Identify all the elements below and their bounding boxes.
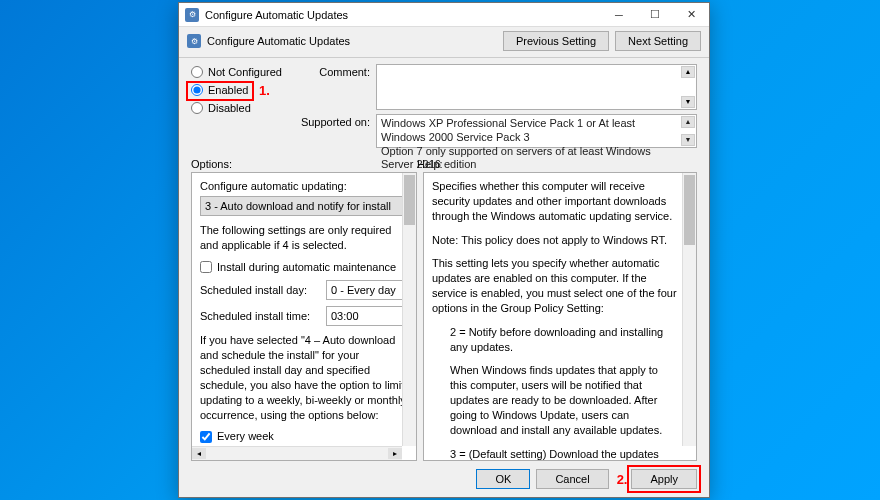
radio-enabled-input[interactable] xyxy=(191,84,203,96)
supported-scroll[interactable]: ▲▼ xyxy=(681,116,695,146)
state-radio-group: Not Configured Enabled 1. Disabled xyxy=(191,64,282,148)
help-opt2-desc: When Windows finds updates that apply to… xyxy=(432,363,678,437)
comment-scroll[interactable]: ▲▼ xyxy=(681,66,695,108)
apply-button[interactable]: Apply xyxy=(631,469,697,489)
install-maintenance-label: Install during automatic maintenance xyxy=(217,260,396,275)
next-setting-button[interactable]: Next Setting xyxy=(615,31,701,51)
radio-disabled[interactable]: Disabled xyxy=(191,102,282,114)
close-button[interactable]: ✕ xyxy=(673,3,709,27)
ok-button[interactable]: OK xyxy=(476,469,530,489)
radio-not-configured-input[interactable] xyxy=(191,66,203,78)
panels: Configure automatic updating: 3 - Auto d… xyxy=(179,172,709,461)
scheduled-time-label: Scheduled install time: xyxy=(200,309,320,324)
radio-enabled[interactable]: Enabled 1. xyxy=(191,84,282,96)
policy-icon: ⚙ xyxy=(187,34,201,48)
gpo-policy-dialog: ⚙ Configure Automatic Updates ─ ☐ ✕ ⚙ Co… xyxy=(178,2,710,498)
options-note: The following settings are only required… xyxy=(200,223,410,253)
titlebar[interactable]: ⚙ Configure Automatic Updates ─ ☐ ✕ xyxy=(179,3,709,27)
install-maintenance-input[interactable] xyxy=(200,261,212,273)
radio-disabled-label: Disabled xyxy=(208,102,251,114)
help-opt2: 2 = Notify before downloading and instal… xyxy=(432,325,678,355)
policy-title: Configure Automatic Updates xyxy=(207,35,497,47)
supported-on-text: Windows XP Professional Service Pack 1 o… xyxy=(381,117,678,172)
options-panel: Configure automatic updating: 3 - Auto d… xyxy=(191,172,417,461)
cancel-button[interactable]: Cancel xyxy=(536,469,608,489)
options-vscrollbar[interactable] xyxy=(402,173,416,446)
configure-updating-label: Configure automatic updating: xyxy=(200,179,412,194)
policy-header: ⚙ Configure Automatic Updates Previous S… xyxy=(179,27,709,55)
help-p1: Specifies whether this computer will rec… xyxy=(432,179,678,224)
state-area: Not Configured Enabled 1. Disabled Comme… xyxy=(179,64,709,154)
scheduled-day-select[interactable]: 0 - Every day xyxy=(326,280,412,300)
help-p3: This setting lets you specify whether au… xyxy=(432,256,678,315)
install-maintenance-checkbox[interactable]: Install during automatic maintenance xyxy=(200,260,412,275)
help-panel: Specifies whether this computer will rec… xyxy=(423,172,697,461)
radio-not-configured[interactable]: Not Configured xyxy=(191,66,282,78)
help-vscrollbar[interactable] xyxy=(682,173,696,446)
radio-disabled-input[interactable] xyxy=(191,102,203,114)
previous-setting-button[interactable]: Previous Setting xyxy=(503,31,609,51)
options-explain: If you have selected "4 – Auto download … xyxy=(200,333,410,422)
every-week-checkbox[interactable]: Every week xyxy=(200,429,412,444)
window-title: Configure Automatic Updates xyxy=(205,9,601,21)
minimize-button[interactable]: ─ xyxy=(601,3,637,27)
help-p2: Note: This policy does not apply to Wind… xyxy=(432,233,678,248)
help-opt3: 3 = (Default setting) Download the updat… xyxy=(432,447,678,461)
annotation-2: 2. xyxy=(617,472,628,487)
supported-on-box: Windows XP Professional Service Pack 1 o… xyxy=(376,114,697,148)
options-hscrollbar[interactable]: ◂ ▸ xyxy=(192,446,402,460)
comment-supported-area: Comment: ▲▼ Supported on: Windows XP Pro… xyxy=(290,64,697,148)
annotation-1: 1. xyxy=(259,83,270,98)
divider xyxy=(179,57,709,58)
radio-not-configured-label: Not Configured xyxy=(208,66,282,78)
radio-enabled-label: Enabled xyxy=(208,84,248,96)
dialog-footer: OK Cancel 2. Apply xyxy=(179,461,709,497)
comment-label: Comment: xyxy=(290,64,370,78)
scheduled-time-value: 03:00 xyxy=(331,309,359,324)
configure-updating-value: 3 - Auto download and notify for install xyxy=(205,200,391,212)
app-icon: ⚙ xyxy=(185,8,199,22)
supported-label: Supported on: xyxy=(290,114,370,128)
maximize-button[interactable]: ☐ xyxy=(637,3,673,27)
scheduled-day-label: Scheduled install day: xyxy=(200,283,320,298)
every-week-input[interactable] xyxy=(200,431,212,443)
scheduled-day-value: 0 - Every day xyxy=(331,283,396,298)
scheduled-time-select[interactable]: 03:00 ▾ xyxy=(326,306,412,326)
comment-textarea[interactable]: ▲▼ xyxy=(376,64,697,110)
configure-updating-select[interactable]: 3 - Auto download and notify for install xyxy=(200,196,410,216)
every-week-label: Every week xyxy=(217,429,274,444)
